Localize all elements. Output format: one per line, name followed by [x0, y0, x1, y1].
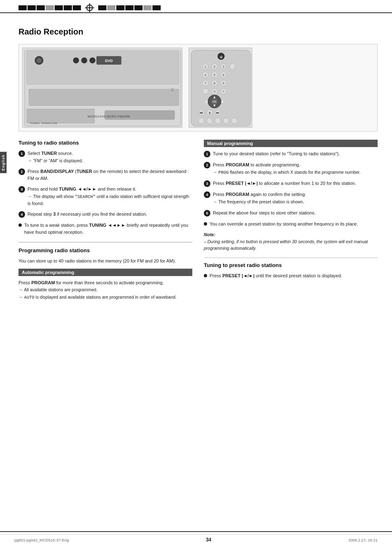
bottom-header: [0, 531, 392, 534]
svg-text:3: 3: [223, 65, 224, 68]
step-1-text: Select TUNER source. "FM" or "AM" is dis…: [28, 150, 192, 164]
step-bullet-1-text: To tune to a weak station, press TUNING …: [24, 222, 192, 235]
page-footer: pg001-pg042_MCD515-37-Eng 34 2006.2.27, …: [0, 534, 392, 543]
stripe-right: [98, 5, 161, 10]
stripe-block: [98, 5, 106, 10]
manual-step-2-text: Press PROGRAM to activate programming. P…: [213, 161, 378, 176]
crosshair-icon: [85, 3, 94, 12]
stripe-block: [64, 5, 72, 10]
svg-text:⏭: ⏭: [216, 111, 219, 115]
programming-desc: You can store up to 40 radio stations in…: [18, 258, 192, 265]
svg-text:4: 4: [205, 74, 206, 76]
top-header: [0, 0, 392, 13]
svg-point-62: [215, 118, 221, 124]
svg-text:⏮: ⏮: [200, 111, 203, 115]
manual-step-4: 4 Press PROGRAM again to confirm the set…: [204, 191, 378, 205]
manual-step-1: 1 Tune to your desired station (refer to…: [204, 150, 378, 157]
svg-text:◄: ◄: [205, 99, 208, 104]
svg-text:9: 9: [223, 82, 224, 85]
svg-text:2: 2: [214, 65, 215, 68]
svg-point-29: [230, 64, 235, 69]
svg-rect-9: [29, 89, 179, 106]
page-title: Radio Reception: [18, 27, 378, 37]
svg-text:0: 0: [214, 90, 215, 93]
svg-text:+: +: [223, 90, 225, 93]
note-section: Note: – During setting, if no button is …: [204, 232, 378, 252]
note-text: – During setting, if no button is presse…: [204, 239, 378, 252]
manual-step-4-text: Press PROGRAM again to confirm the setti…: [213, 191, 378, 205]
svg-point-42: [203, 88, 208, 94]
manual-step-num-1: 1: [204, 151, 210, 157]
manual-step-1-text: Tune to your desired station (refer to "…: [213, 150, 378, 157]
bullet-icon-1: [18, 223, 22, 227]
svg-text:OK: OK: [212, 100, 217, 103]
svg-text:5: 5: [214, 74, 215, 76]
svg-point-61: [207, 118, 212, 124]
svg-text:⌂: ⌂: [171, 86, 174, 92]
svg-text:POWER: POWER: [30, 122, 40, 124]
divider-2: [204, 258, 378, 258]
manual-step-2: 2 Press PROGRAM to activate programming.…: [204, 161, 378, 176]
auto-step-sub1: All available stations are programmed.: [18, 287, 192, 293]
preset-step-1: Press PRESET |◄/►| until the desired pre…: [204, 272, 378, 279]
programming-section: Programming radio stations You can store…: [18, 247, 192, 301]
stripe-block: [152, 5, 161, 10]
stripe-block: [37, 5, 45, 10]
stripe-left: [18, 5, 81, 10]
main-content: Radio Reception DVD: [0, 19, 392, 316]
footer-left: pg001-pg042_MCD515-37-Eng: [14, 538, 69, 542]
language-tab: English: [0, 152, 7, 173]
stripe-block: [116, 5, 125, 10]
stripe-block: [125, 5, 134, 10]
language-label: English: [1, 154, 5, 171]
svg-text:►: ►: [221, 99, 225, 104]
svg-text:7: 7: [205, 82, 206, 85]
manual-step-3-text: Press PRESET |◄/►| to allocate a number …: [213, 180, 378, 187]
manual-step-num-3: 3: [204, 180, 210, 187]
svg-text:DVD: DVD: [105, 59, 113, 63]
manual-step-3: 3 Press PRESET |◄/►| to allocate a numbe…: [204, 180, 378, 187]
manual-step-2-sub: PROG flashes on the display, in which X …: [213, 169, 378, 176]
svg-rect-15: [27, 109, 95, 123]
svg-text:MCD515 DVD MICRO THEATRE: MCD515 DVD MICRO THEATRE: [88, 115, 130, 118]
step-3: 3 Press and hold TUNING ◄◄/►► and then r…: [18, 186, 192, 207]
svg-text:6: 6: [223, 74, 224, 76]
manual-bullet-1-text: You can override a preset station by sto…: [210, 221, 378, 228]
manual-step-num-2: 2: [204, 162, 210, 168]
auto-step-1-text: Press PROGRAM for more than three second…: [18, 279, 192, 301]
left-column: Tuning to radio stations 1 Select TUNER …: [18, 140, 192, 308]
step-bullet-1: To tune to a weak station, press TUNING …: [18, 222, 192, 235]
device-images-area: DVD POWER OPEN/CLOSE MC: [18, 44, 378, 131]
preset-step-1-text: Press PRESET |◄/►| until the desired pre…: [210, 272, 378, 279]
auto-step-1: Press PROGRAM for more than three second…: [18, 279, 192, 301]
svg-point-6: [73, 58, 79, 63]
footer-right: 2006.2.27, 16:21: [348, 538, 378, 542]
manual-step-num-4: 4: [204, 191, 210, 198]
svg-text:1: 1: [205, 65, 206, 68]
stripe-block: [107, 5, 115, 10]
step-1-sub: "FM" or "AM" is displayed.: [28, 158, 192, 164]
page-number: 34: [206, 537, 211, 543]
stripe-block: [28, 5, 36, 10]
step-4-text: Repeat step 3 if necessary until you fin…: [28, 211, 192, 218]
note-title: Note:: [204, 232, 378, 237]
step-2-text: Press BAND/DISPLAY (TUNER on the remote)…: [28, 168, 192, 182]
svg-text:OPEN/CLOSE: OPEN/CLOSE: [41, 122, 57, 124]
step-num-2: 2: [18, 168, 25, 175]
dvd-player-image: DVD POWER OPEN/CLOSE MC: [22, 48, 182, 128]
step-1: 1 Select TUNER source. "FM" or "AM" is d…: [18, 150, 192, 164]
svg-text:▼: ▼: [213, 104, 217, 108]
manual-step-num-5: 5: [204, 210, 210, 216]
step-num-3: 3: [18, 186, 25, 193]
svg-point-64: [231, 118, 237, 124]
programming-title: Programming radio stations: [18, 247, 192, 253]
svg-point-60: [198, 118, 204, 124]
svg-point-5: [37, 58, 42, 63]
stripe-block: [46, 5, 54, 10]
stripe-block: [18, 5, 27, 10]
step-num-1: 1: [18, 150, 25, 157]
step-4: 4 Repeat step 3 if necessary until you f…: [18, 211, 192, 218]
auto-step-sub2: → AUTO is displayed and available statio…: [18, 294, 192, 301]
svg-point-7: [81, 58, 87, 63]
step-2: 2 Press BAND/DISPLAY (TUNER on the remot…: [18, 168, 192, 182]
